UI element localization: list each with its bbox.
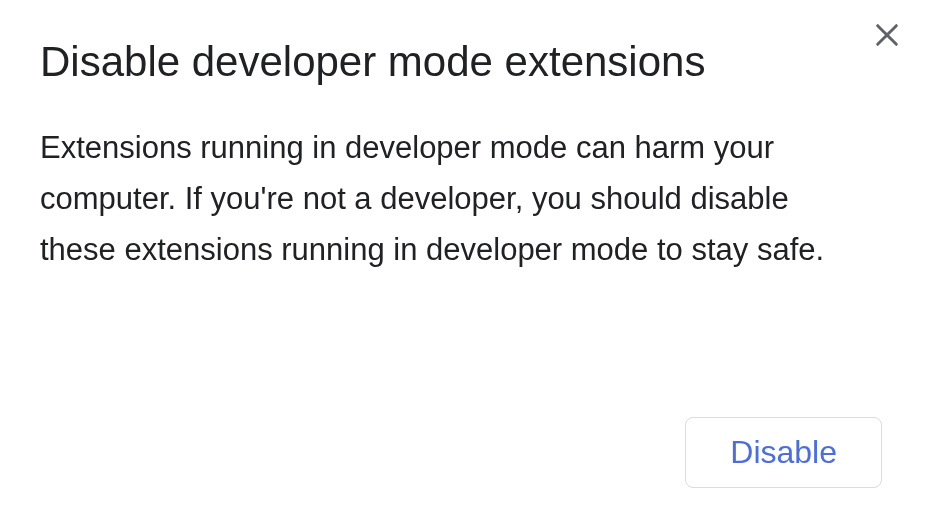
disable-button[interactable]: Disable [685,417,882,488]
developer-mode-warning-dialog: Disable developer mode extensions Extens… [0,0,927,522]
dialog-body: Extensions running in developer mode can… [40,122,860,275]
dialog-title: Disable developer mode extensions [40,38,887,86]
close-button[interactable] [869,18,905,54]
close-icon [873,21,901,52]
dialog-footer: Disable [40,417,887,492]
